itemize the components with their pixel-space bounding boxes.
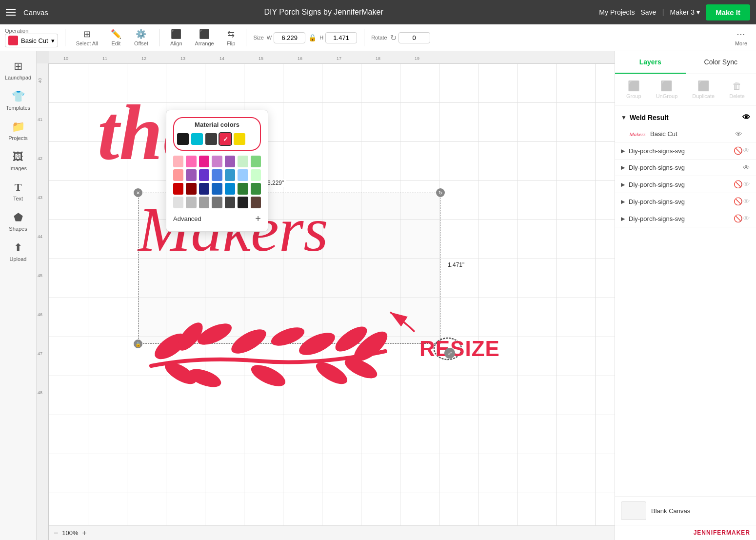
sidebar-item-images[interactable]: 🖼 Images <box>1 147 35 175</box>
more-label: More <box>735 40 747 46</box>
canvas-area[interactable]: 10 11 12 13 14 15 16 17 18 19 40 41 42 4… <box>37 51 615 540</box>
swatch-magenta[interactable] <box>199 156 209 167</box>
layer-row-3[interactable]: ▶ Diy-porch-signs-svg 🚫👁 <box>615 193 756 210</box>
tab-colorsync[interactable]: Color Sync <box>686 51 756 74</box>
swatch-forestgreen[interactable] <box>251 183 261 195</box>
swatch-darkred[interactable] <box>173 183 183 195</box>
myprojects-button[interactable]: My Projects <box>599 8 635 16</box>
color-picker-title: Material colors <box>177 121 257 128</box>
weld-item-eye-icon[interactable]: 👁 <box>735 130 742 138</box>
layer-row-0[interactable]: ▶ Diy-porch-signs-svg 🚫👁 <box>615 142 756 160</box>
zoom-out-button[interactable]: − <box>54 529 58 538</box>
resize-icon[interactable]: ⤢ <box>444 348 455 359</box>
swatch-blue[interactable] <box>212 183 222 195</box>
align-label: Align <box>170 40 182 46</box>
swatch-lightgray[interactable] <box>173 197 183 208</box>
sidebar-item-shapes[interactable]: ⬟ Shapes <box>1 207 35 236</box>
height-input[interactable] <box>325 32 357 43</box>
weld-item-label: Basic Cut <box>650 130 677 138</box>
weld-item-makers[interactable]: Makers Basic Cut 👁 <box>615 126 756 142</box>
close-handle[interactable]: ✕ <box>134 188 142 197</box>
swatch-skyblue[interactable] <box>225 183 235 195</box>
rotate-handle[interactable]: ↻ <box>436 188 445 197</box>
weld-visibility-icon[interactable]: 👁 <box>742 113 750 122</box>
offset-button[interactable]: ⚙️ Offset <box>130 27 152 48</box>
swatch-silver[interactable] <box>186 197 196 208</box>
blank-canvas-row: Blank Canvas <box>615 496 756 525</box>
layer-row-2[interactable]: ▶ Diy-porch-signs-svg 🚫👁 <box>615 176 756 193</box>
width-input[interactable] <box>274 32 305 43</box>
swatch-yellow[interactable] <box>234 133 245 145</box>
resize-label: RESIZE <box>419 337 500 360</box>
edit-button[interactable]: ✏️ Edit <box>107 27 125 48</box>
select-all-button[interactable]: ⊞ Select All <box>72 27 102 48</box>
makeit-button[interactable]: Make It <box>706 4 750 20</box>
swatch-lightpink[interactable] <box>173 156 183 167</box>
select-all-label: Select All <box>76 40 98 46</box>
operation-select[interactable]: Basic Cut ▾ <box>5 34 58 47</box>
layer-visibility-icon-2[interactable]: 🚫👁 <box>734 180 750 189</box>
layer-row-4[interactable]: ▶ Diy-porch-signs-svg 🚫👁 <box>615 210 756 227</box>
sidebar-item-launchpad[interactable]: ⊞ Launchpad <box>1 56 35 84</box>
layer-visibility-icon-1[interactable]: 👁 <box>743 163 750 172</box>
swatch-crimson[interactable] <box>186 183 196 195</box>
advanced-plus-button[interactable]: + <box>255 213 261 224</box>
group-button[interactable]: ⬛ Group <box>622 78 645 101</box>
swatch-violet[interactable] <box>186 169 196 181</box>
swatch-lightblue[interactable] <box>238 169 248 181</box>
rotate-input[interactable] <box>398 32 430 43</box>
duplicate-button[interactable]: ⬛ Duplicate <box>688 78 718 101</box>
swatch-gray[interactable] <box>199 197 209 208</box>
zoom-in-button[interactable]: + <box>82 529 87 538</box>
swatch-orchid[interactable] <box>212 156 222 167</box>
swatch-mintgreen[interactable] <box>251 169 261 181</box>
tab-layers[interactable]: Layers <box>615 51 686 74</box>
projects-label: Projects <box>8 135 28 141</box>
rotate-icon: ↻ <box>390 33 397 42</box>
swatch-cornflower[interactable] <box>212 169 222 181</box>
flip-button[interactable]: ⇆ Flip <box>223 27 239 48</box>
swatch-black[interactable] <box>177 133 189 145</box>
layer-row-1[interactable]: ▶ Diy-porch-signs-svg 👁 <box>615 160 756 176</box>
swatch-darkgray[interactable] <box>212 197 222 208</box>
swatch-salmon[interactable] <box>173 169 183 181</box>
hamburger-menu[interactable] <box>6 9 16 16</box>
delete-button[interactable]: 🗑 Delete <box>725 79 749 101</box>
ungroup-button[interactable]: ⬛ UnGroup <box>652 78 682 101</box>
save-button[interactable]: Save <box>640 8 656 16</box>
swatch-lightgreen[interactable] <box>238 156 248 167</box>
swatch-navyblue[interactable] <box>199 183 209 195</box>
sidebar-item-text[interactable]: T Text <box>1 177 35 205</box>
align-button[interactable]: ⬛ Align <box>166 27 186 48</box>
more-button[interactable]: ⋯ More <box>731 27 751 48</box>
swatch-charcoal[interactable] <box>225 197 235 208</box>
swatch-steelblue[interactable] <box>225 169 235 181</box>
swatch-dark-gray[interactable] <box>205 133 217 145</box>
sidebar-item-templates[interactable]: 👕 Templates <box>1 86 35 115</box>
branch-svg <box>137 298 400 405</box>
arrange-button[interactable]: ⬛ Arrange <box>191 27 218 48</box>
sidebar-item-upload[interactable]: ⬆ Upload <box>1 238 35 266</box>
ruler-mark-43: 43 <box>38 195 42 200</box>
layer-visibility-icon-4[interactable]: 🚫👁 <box>734 214 750 223</box>
more-icon: ⋯ <box>736 29 745 40</box>
color-picker-popup: Material colors ✓ <box>166 110 268 232</box>
swatch-green[interactable] <box>251 156 261 167</box>
swatch-cyan[interactable] <box>191 133 203 145</box>
operation-color-swatch <box>8 36 18 45</box>
jm-logo-text: JENNIFERMAKER <box>694 529 750 536</box>
maker-selector[interactable]: Maker 3 ▾ <box>670 8 700 16</box>
layer-visibility-icon-0[interactable]: 🚫👁 <box>734 146 750 155</box>
swatch-red[interactable]: ✓ <box>219 133 231 145</box>
swatch-darkgreen[interactable] <box>238 183 248 195</box>
swatch-nearblack[interactable] <box>238 197 248 208</box>
swatch-indigo[interactable] <box>199 169 209 181</box>
canvas-design: the Makers ✕ ↻ 🔒 <box>49 63 615 525</box>
swatch-purple[interactable] <box>225 156 235 167</box>
swatch-hotpink[interactable] <box>186 156 196 167</box>
operation-group: Operation Basic Cut ▾ <box>5 28 58 47</box>
sidebar-item-projects[interactable]: 📁 Projects <box>1 117 35 145</box>
swatch-brown[interactable] <box>251 197 261 208</box>
text-label: Text <box>13 196 23 201</box>
layer-visibility-icon-3[interactable]: 🚫👁 <box>734 197 750 206</box>
